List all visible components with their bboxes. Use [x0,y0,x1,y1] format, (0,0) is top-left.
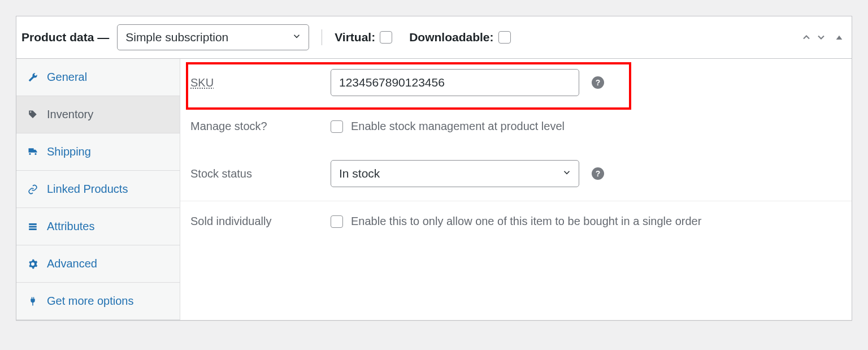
gear-icon [27,259,39,269]
product-data-panel: Product data — Simple subscription Virtu… [16,16,852,321]
tab-advanced[interactable]: Advanced [16,245,180,283]
tag-icon [27,110,39,120]
svg-rect-1 [29,223,37,225]
help-icon[interactable]: ? [592,167,604,180]
sold-individually-option: Enable this to only allow one of this it… [331,215,701,228]
chevron-down-icon [292,31,302,44]
svg-rect-3 [29,228,37,230]
wrench-icon [27,72,39,83]
panel-toggles [801,32,844,43]
sold-individually-label: Sold individually [190,215,331,228]
downloadable-checkbox[interactable] [498,31,511,44]
manage-stock-label: Manage stock? [190,120,331,133]
svg-marker-0 [836,36,843,40]
tab-label: Get more options [47,295,133,308]
product-type-select[interactable]: Simple subscription [117,24,309,50]
downloadable-option: Downloadable: [409,31,510,44]
sku-input[interactable] [331,69,579,96]
virtual-checkbox[interactable] [380,31,392,44]
sold-individually-row: Sold individually Enable this to only al… [180,201,852,241]
manage-stock-option: Enable stock management at product level [331,120,565,133]
sku-row: SKU ? [180,59,852,106]
virtual-label: Virtual: [335,31,375,44]
tab-attributes[interactable]: Attributes [16,208,180,245]
tab-label: Linked Products [47,183,128,196]
collapse-triangle-icon[interactable] [835,33,844,42]
manage-stock-desc: Enable stock management at product level [351,120,565,133]
tab-shipping[interactable]: Shipping [16,133,180,171]
stock-status-select[interactable]: In stock [331,160,579,187]
sold-individually-checkbox[interactable] [331,215,343,228]
list-icon [27,222,39,232]
truck-icon [27,146,39,158]
panel-title: Product data — [21,31,109,44]
tab-general[interactable]: General [16,59,180,96]
tab-inventory[interactable]: Inventory [16,96,180,133]
svg-rect-2 [29,226,37,227]
plug-icon [27,296,39,306]
sold-individually-desc: Enable this to only allow one of this it… [351,215,701,228]
tabs-sidebar: General Inventory Shipping Linked Produc… [16,59,180,320]
tab-label: Advanced [47,257,97,270]
manage-stock-checkbox[interactable] [331,120,343,133]
tab-label: Inventory [47,108,93,121]
panel-header: Product data — Simple subscription Virtu… [16,16,852,59]
chevron-down-icon[interactable] [815,32,827,43]
tab-label: Attributes [47,220,94,233]
chevron-up-icon[interactable] [801,32,812,43]
help-icon[interactable]: ? [592,76,604,89]
sku-label: SKU [190,76,331,89]
tab-label: Shipping [47,145,91,158]
tab-label: General [47,71,87,84]
virtual-option: Virtual: [335,31,392,44]
link-icon [27,184,39,195]
downloadable-label: Downloadable: [409,31,493,44]
tab-linked-products[interactable]: Linked Products [16,171,180,208]
header-divider [322,29,322,45]
inventory-content: SKU ? Manage stock? Enable stock managem… [180,59,852,320]
stock-status-row: Stock status In stock ? [180,146,852,201]
panel-body: General Inventory Shipping Linked Produc… [16,59,852,320]
tab-get-more-options[interactable]: Get more options [16,283,180,320]
stock-status-label: Stock status [190,167,331,180]
stock-status-value: In stock [339,167,380,180]
product-type-value: Simple subscription [125,31,228,44]
manage-stock-row: Manage stock? Enable stock management at… [180,106,852,146]
chevron-down-icon [562,167,572,180]
